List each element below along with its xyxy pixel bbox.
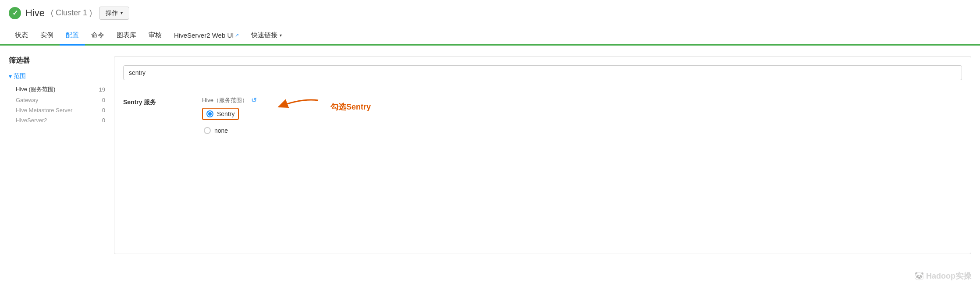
scope-chevron-icon: ▾ — [9, 73, 12, 80]
page-header: Hive ( Cluster 1 ) 操作 ▾ — [0, 0, 980, 26]
status-icon — [9, 7, 21, 19]
nav-item-hiveserver-webui[interactable]: HiveServer2 Web UI — [168, 26, 245, 45]
scope-item-hive[interactable]: Hive (服务范围) 19 — [9, 84, 105, 95]
radio-circle-none — [204, 127, 211, 134]
annotation-area: 勾选Sentry — [274, 96, 371, 118]
cluster-subtitle: ( Cluster 1 ) — [51, 8, 92, 18]
nav-item-config[interactable]: 配置 — [60, 26, 85, 46]
reset-button[interactable]: ↺ — [251, 96, 257, 104]
page-title: Hive — [25, 7, 45, 19]
ops-button[interactable]: 操作 ▾ — [99, 7, 129, 20]
scope-item-hiveserver[interactable]: HiveServer2 0 — [9, 115, 105, 125]
quicklinks-dropdown-arrow: ▾ — [280, 33, 282, 38]
main-layout: 筛选器 ▾ 范围 Hive (服务范围) 19 Gateway 0 Hive M… — [0, 46, 980, 265]
config-value-wrapper: Hive（服务范围） ↺ Sentry none — [193, 96, 371, 138]
sidebar: 筛选器 ▾ 范围 Hive (服务范围) 19 Gateway 0 Hive M… — [9, 56, 105, 254]
nav-item-status[interactable]: 状态 — [9, 26, 34, 45]
radio-option-sentry[interactable]: Sentry — [202, 108, 239, 120]
content-area: Sentry 服务 Hive（服务范围） ↺ Sentry none — [114, 56, 971, 254]
nav-item-audit[interactable]: 审核 — [142, 26, 168, 45]
scope-item-gateway[interactable]: Gateway 0 — [9, 95, 105, 105]
annotation-text: 勾选Sentry — [330, 102, 371, 112]
ops-dropdown-arrow: ▾ — [121, 11, 123, 15]
sidebar-title: 筛选器 — [9, 56, 105, 65]
radio-option-none[interactable]: none — [204, 125, 257, 136]
scope-header[interactable]: ▾ 范围 — [9, 72, 105, 80]
annotation-arrow-icon — [274, 96, 327, 118]
radio-label-sentry: Sentry — [217, 110, 234, 117]
config-value-area: Hive（服务范围） ↺ Sentry none — [202, 96, 257, 138]
nav-item-quicklinks[interactable]: 快速链接 ▾ — [245, 26, 288, 45]
nav-item-charts[interactable]: 图表库 — [110, 26, 142, 45]
nav-item-instance[interactable]: 实例 — [34, 26, 60, 45]
nav-item-command[interactable]: 命令 — [85, 26, 110, 45]
config-scope-label: Hive（服务范围） ↺ — [202, 96, 257, 104]
nav-bar: 状态 实例 配置 命令 图表库 审核 HiveServer2 Web UI 快速… — [0, 26, 980, 46]
config-label-sentry: Sentry 服务 — [123, 96, 193, 106]
scope-section: ▾ 范围 Hive (服务范围) 19 Gateway 0 Hive Metas… — [9, 72, 105, 125]
search-input[interactable] — [123, 65, 962, 80]
radio-circle-sentry — [206, 110, 213, 117]
radio-label-none: none — [214, 127, 228, 134]
scope-item-metastore[interactable]: Hive Metastore Server 0 — [9, 105, 105, 115]
config-row-sentry: Sentry 服务 Hive（服务范围） ↺ Sentry none — [123, 91, 962, 144]
